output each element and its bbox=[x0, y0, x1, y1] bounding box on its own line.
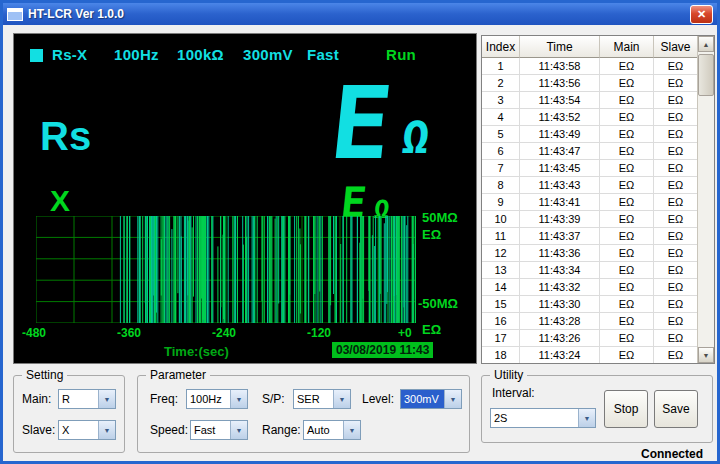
chevron-down-icon[interactable]: ▼ bbox=[343, 421, 360, 439]
scroll-down-icon[interactable]: ▼ bbox=[698, 347, 714, 363]
chevron-down-icon[interactable]: ▼ bbox=[444, 390, 461, 408]
table-row[interactable]: 16 11:43:28 EΩ EΩ bbox=[482, 313, 698, 330]
cell-index: 9 bbox=[482, 194, 520, 211]
chevron-down-icon[interactable]: ▼ bbox=[230, 390, 247, 408]
speed-select[interactable]: Fast ▼ bbox=[190, 420, 248, 440]
stop-button[interactable]: Stop bbox=[604, 390, 648, 428]
cell-main: EΩ bbox=[600, 177, 654, 194]
table-row[interactable]: 18 11:43:24 EΩ EΩ bbox=[482, 347, 698, 363]
cell-time: 11:43:24 bbox=[520, 347, 600, 363]
save-button[interactable]: Save bbox=[654, 390, 698, 428]
mode-indicator-square bbox=[30, 49, 43, 62]
table-row[interactable]: 9 11:43:41 EΩ EΩ bbox=[482, 194, 698, 211]
cell-slave: EΩ bbox=[654, 92, 698, 109]
freq-select[interactable]: 100Hz ▼ bbox=[186, 389, 248, 409]
cell-index: 15 bbox=[482, 296, 520, 313]
cell-time: 11:43:34 bbox=[520, 262, 600, 279]
connection-status: Connected bbox=[641, 447, 703, 461]
table-row[interactable]: 1 11:43:58 EΩ EΩ bbox=[482, 58, 698, 75]
table-header: Index Time Main Slave bbox=[482, 36, 714, 58]
cell-main: EΩ bbox=[600, 126, 654, 143]
setting-group-title: Setting bbox=[22, 368, 67, 382]
cell-index: 10 bbox=[482, 211, 520, 228]
chevron-down-icon[interactable]: ▼ bbox=[98, 421, 115, 439]
table-row[interactable]: 4 11:43:52 EΩ EΩ bbox=[482, 109, 698, 126]
cell-main: EΩ bbox=[600, 143, 654, 160]
y-axis-bottom-value: EΩ bbox=[422, 322, 441, 337]
cell-time: 11:43:37 bbox=[520, 228, 600, 245]
table-row[interactable]: 7 11:43:45 EΩ EΩ bbox=[482, 160, 698, 177]
chevron-down-icon[interactable]: ▼ bbox=[578, 409, 595, 427]
cell-time: 11:43:47 bbox=[520, 143, 600, 160]
app-icon bbox=[7, 8, 23, 21]
cell-slave: EΩ bbox=[654, 228, 698, 245]
table-row[interactable]: 6 11:43:47 EΩ EΩ bbox=[482, 143, 698, 160]
waveform-graph bbox=[36, 216, 416, 323]
cell-main: EΩ bbox=[600, 58, 654, 75]
graph-svg bbox=[36, 216, 416, 323]
cell-main: EΩ bbox=[600, 211, 654, 228]
header-slave: Slave bbox=[654, 36, 698, 58]
slave-select[interactable]: X ▼ bbox=[58, 420, 116, 440]
lcd-display: Rs-X 100Hz 100kΩ 300mV Fast Run Rs E Ω X… bbox=[13, 33, 477, 364]
interval-select[interactable]: 2S ▼ bbox=[490, 408, 596, 428]
setting-group: Setting Main: R ▼ Slave: X ▼ bbox=[13, 375, 125, 453]
measurement-table: Index Time Main Slave 1 11:43:58 EΩ EΩ 2… bbox=[481, 35, 715, 364]
table-row[interactable]: 3 11:43:54 EΩ EΩ bbox=[482, 92, 698, 109]
level-select[interactable]: 300mV ▼ bbox=[400, 389, 462, 409]
table-body: 1 11:43:58 EΩ EΩ 2 11:43:56 EΩ EΩ 3 11:4… bbox=[482, 58, 698, 363]
cell-slave: EΩ bbox=[654, 313, 698, 330]
cell-time: 11:43:56 bbox=[520, 75, 600, 92]
cell-index: 17 bbox=[482, 330, 520, 347]
cell-slave: EΩ bbox=[654, 296, 698, 313]
chevron-down-icon[interactable]: ▼ bbox=[333, 390, 350, 408]
table-row[interactable]: 15 11:43:30 EΩ EΩ bbox=[482, 296, 698, 313]
cell-slave: EΩ bbox=[654, 109, 698, 126]
cell-index: 5 bbox=[482, 126, 520, 143]
cell-time: 11:43:30 bbox=[520, 296, 600, 313]
cell-main: EΩ bbox=[600, 92, 654, 109]
cell-slave: EΩ bbox=[654, 58, 698, 75]
display-speed: Fast bbox=[307, 46, 339, 63]
display-level: 300mV bbox=[243, 46, 293, 63]
cell-slave: EΩ bbox=[654, 143, 698, 160]
table-row[interactable]: 12 11:43:36 EΩ EΩ bbox=[482, 245, 698, 262]
cell-main: EΩ bbox=[600, 330, 654, 347]
cell-slave: EΩ bbox=[654, 177, 698, 194]
window-title: HT-LCR Ver 1.0.0 bbox=[28, 7, 124, 21]
range-select[interactable]: Auto ▼ bbox=[303, 420, 361, 440]
table-row[interactable]: 2 11:43:56 EΩ EΩ bbox=[482, 75, 698, 92]
scrollbar-thumb[interactable] bbox=[698, 54, 714, 96]
parameter-group-title: Parameter bbox=[146, 368, 210, 382]
cell-index: 13 bbox=[482, 262, 520, 279]
cell-index: 14 bbox=[482, 279, 520, 296]
sp-select[interactable]: SER ▼ bbox=[293, 389, 351, 409]
cell-slave: EΩ bbox=[654, 126, 698, 143]
freq-label: Freq: bbox=[150, 392, 178, 406]
table-row[interactable]: 5 11:43:49 EΩ EΩ bbox=[482, 126, 698, 143]
scroll-up-icon[interactable]: ▲ bbox=[698, 36, 714, 52]
cell-main: EΩ bbox=[600, 245, 654, 262]
main-select[interactable]: R ▼ bbox=[58, 389, 116, 409]
table-scrollbar[interactable]: ▲ ▼ bbox=[697, 36, 714, 363]
cell-index: 18 bbox=[482, 347, 520, 363]
x-tick-2: -240 bbox=[212, 326, 236, 340]
table-row[interactable]: 14 11:43:32 EΩ EΩ bbox=[482, 279, 698, 296]
x-tick-4: +0 bbox=[398, 326, 412, 340]
interval-label: Interval: bbox=[492, 386, 535, 400]
table-row[interactable]: 8 11:43:43 EΩ EΩ bbox=[482, 177, 698, 194]
cell-time: 11:43:54 bbox=[520, 92, 600, 109]
cell-main: EΩ bbox=[600, 75, 654, 92]
cell-main: EΩ bbox=[600, 279, 654, 296]
close-icon[interactable]: ✕ bbox=[690, 5, 713, 24]
table-row[interactable]: 13 11:43:34 EΩ EΩ bbox=[482, 262, 698, 279]
speed-label: Speed: bbox=[150, 423, 188, 437]
chevron-down-icon[interactable]: ▼ bbox=[230, 421, 247, 439]
chevron-down-icon[interactable]: ▼ bbox=[98, 390, 115, 408]
table-row[interactable]: 17 11:43:26 EΩ EΩ bbox=[482, 330, 698, 347]
cell-slave: EΩ bbox=[654, 279, 698, 296]
table-row[interactable]: 11 11:43:37 EΩ EΩ bbox=[482, 228, 698, 245]
table-row[interactable]: 10 11:43:39 EΩ EΩ bbox=[482, 211, 698, 228]
cell-index: 11 bbox=[482, 228, 520, 245]
utility-group: Utility Interval: 2S ▼ Stop Save bbox=[481, 375, 713, 443]
